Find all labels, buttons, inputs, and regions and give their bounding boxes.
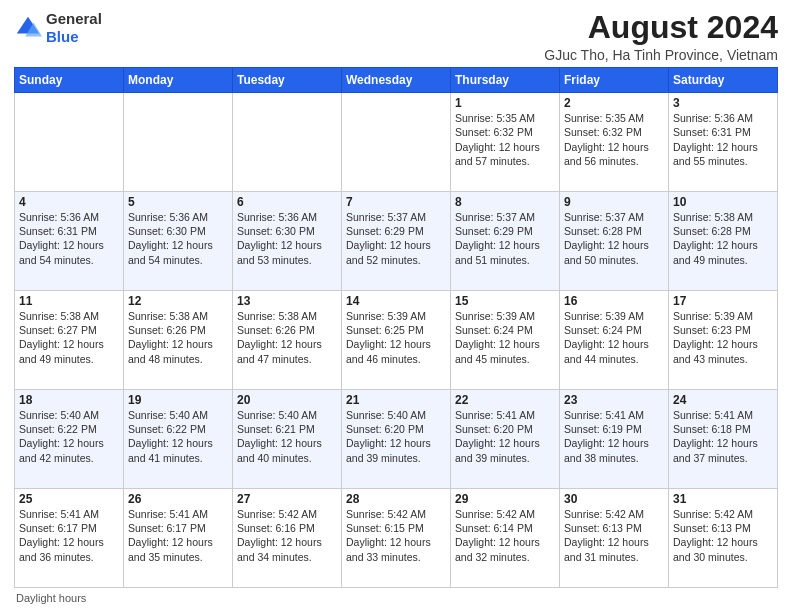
day-number: 8 (455, 195, 555, 209)
calendar-cell: 30Sunrise: 5:42 AM Sunset: 6:13 PM Dayli… (560, 489, 669, 588)
calendar-week-row: 25Sunrise: 5:41 AM Sunset: 6:17 PM Dayli… (15, 489, 778, 588)
day-number: 5 (128, 195, 228, 209)
header: General Blue August 2024 GJuc Tho, Ha Ti… (14, 10, 778, 63)
day-number: 3 (673, 96, 773, 110)
calendar-cell: 8Sunrise: 5:37 AM Sunset: 6:29 PM Daylig… (451, 192, 560, 291)
day-info: Sunrise: 5:36 AM Sunset: 6:31 PM Dayligh… (673, 111, 773, 168)
day-info: Sunrise: 5:36 AM Sunset: 6:30 PM Dayligh… (237, 210, 337, 267)
day-number: 16 (564, 294, 664, 308)
calendar-cell: 6Sunrise: 5:36 AM Sunset: 6:30 PM Daylig… (233, 192, 342, 291)
calendar-day-header: Saturday (669, 68, 778, 93)
calendar-cell: 11Sunrise: 5:38 AM Sunset: 6:27 PM Dayli… (15, 291, 124, 390)
day-number: 21 (346, 393, 446, 407)
calendar-cell: 1Sunrise: 5:35 AM Sunset: 6:32 PM Daylig… (451, 93, 560, 192)
calendar: SundayMondayTuesdayWednesdayThursdayFrid… (14, 67, 778, 588)
day-number: 10 (673, 195, 773, 209)
calendar-day-header: Friday (560, 68, 669, 93)
calendar-week-row: 4Sunrise: 5:36 AM Sunset: 6:31 PM Daylig… (15, 192, 778, 291)
day-number: 30 (564, 492, 664, 506)
calendar-cell: 9Sunrise: 5:37 AM Sunset: 6:28 PM Daylig… (560, 192, 669, 291)
day-number: 15 (455, 294, 555, 308)
calendar-day-header: Wednesday (342, 68, 451, 93)
calendar-cell: 18Sunrise: 5:40 AM Sunset: 6:22 PM Dayli… (15, 390, 124, 489)
day-number: 4 (19, 195, 119, 209)
day-number: 2 (564, 96, 664, 110)
logo: General Blue (14, 10, 102, 46)
footer-note: Daylight hours (14, 592, 778, 604)
calendar-header-row: SundayMondayTuesdayWednesdayThursdayFrid… (15, 68, 778, 93)
day-info: Sunrise: 5:40 AM Sunset: 6:20 PM Dayligh… (346, 408, 446, 465)
calendar-day-header: Thursday (451, 68, 560, 93)
day-number: 18 (19, 393, 119, 407)
day-info: Sunrise: 5:39 AM Sunset: 6:24 PM Dayligh… (564, 309, 664, 366)
calendar-cell: 7Sunrise: 5:37 AM Sunset: 6:29 PM Daylig… (342, 192, 451, 291)
day-info: Sunrise: 5:38 AM Sunset: 6:28 PM Dayligh… (673, 210, 773, 267)
day-number: 23 (564, 393, 664, 407)
day-info: Sunrise: 5:41 AM Sunset: 6:19 PM Dayligh… (564, 408, 664, 465)
day-info: Sunrise: 5:41 AM Sunset: 6:18 PM Dayligh… (673, 408, 773, 465)
day-info: Sunrise: 5:40 AM Sunset: 6:22 PM Dayligh… (128, 408, 228, 465)
day-number: 31 (673, 492, 773, 506)
day-info: Sunrise: 5:38 AM Sunset: 6:27 PM Dayligh… (19, 309, 119, 366)
calendar-cell: 27Sunrise: 5:42 AM Sunset: 6:16 PM Dayli… (233, 489, 342, 588)
calendar-cell: 14Sunrise: 5:39 AM Sunset: 6:25 PM Dayli… (342, 291, 451, 390)
calendar-cell: 19Sunrise: 5:40 AM Sunset: 6:22 PM Dayli… (124, 390, 233, 489)
calendar-cell (233, 93, 342, 192)
day-info: Sunrise: 5:39 AM Sunset: 6:24 PM Dayligh… (455, 309, 555, 366)
calendar-cell: 10Sunrise: 5:38 AM Sunset: 6:28 PM Dayli… (669, 192, 778, 291)
day-info: Sunrise: 5:42 AM Sunset: 6:15 PM Dayligh… (346, 507, 446, 564)
calendar-cell: 24Sunrise: 5:41 AM Sunset: 6:18 PM Dayli… (669, 390, 778, 489)
day-info: Sunrise: 5:36 AM Sunset: 6:30 PM Dayligh… (128, 210, 228, 267)
day-info: Sunrise: 5:39 AM Sunset: 6:23 PM Dayligh… (673, 309, 773, 366)
calendar-cell: 21Sunrise: 5:40 AM Sunset: 6:20 PM Dayli… (342, 390, 451, 489)
day-number: 11 (19, 294, 119, 308)
day-info: Sunrise: 5:41 AM Sunset: 6:20 PM Dayligh… (455, 408, 555, 465)
calendar-cell: 15Sunrise: 5:39 AM Sunset: 6:24 PM Dayli… (451, 291, 560, 390)
day-info: Sunrise: 5:42 AM Sunset: 6:13 PM Dayligh… (564, 507, 664, 564)
calendar-cell: 17Sunrise: 5:39 AM Sunset: 6:23 PM Dayli… (669, 291, 778, 390)
day-number: 14 (346, 294, 446, 308)
month-year: August 2024 (544, 10, 778, 45)
page: General Blue August 2024 GJuc Tho, Ha Ti… (0, 0, 792, 612)
calendar-cell: 16Sunrise: 5:39 AM Sunset: 6:24 PM Dayli… (560, 291, 669, 390)
day-number: 9 (564, 195, 664, 209)
calendar-cell: 28Sunrise: 5:42 AM Sunset: 6:15 PM Dayli… (342, 489, 451, 588)
day-info: Sunrise: 5:41 AM Sunset: 6:17 PM Dayligh… (128, 507, 228, 564)
day-info: Sunrise: 5:42 AM Sunset: 6:13 PM Dayligh… (673, 507, 773, 564)
day-info: Sunrise: 5:40 AM Sunset: 6:21 PM Dayligh… (237, 408, 337, 465)
calendar-cell: 22Sunrise: 5:41 AM Sunset: 6:20 PM Dayli… (451, 390, 560, 489)
calendar-cell: 3Sunrise: 5:36 AM Sunset: 6:31 PM Daylig… (669, 93, 778, 192)
day-number: 12 (128, 294, 228, 308)
calendar-cell: 25Sunrise: 5:41 AM Sunset: 6:17 PM Dayli… (15, 489, 124, 588)
day-number: 1 (455, 96, 555, 110)
calendar-cell (342, 93, 451, 192)
day-info: Sunrise: 5:37 AM Sunset: 6:29 PM Dayligh… (455, 210, 555, 267)
calendar-cell: 29Sunrise: 5:42 AM Sunset: 6:14 PM Dayli… (451, 489, 560, 588)
day-number: 29 (455, 492, 555, 506)
day-info: Sunrise: 5:41 AM Sunset: 6:17 PM Dayligh… (19, 507, 119, 564)
calendar-cell: 4Sunrise: 5:36 AM Sunset: 6:31 PM Daylig… (15, 192, 124, 291)
day-number: 26 (128, 492, 228, 506)
day-number: 17 (673, 294, 773, 308)
day-number: 13 (237, 294, 337, 308)
day-number: 24 (673, 393, 773, 407)
calendar-cell (124, 93, 233, 192)
day-number: 19 (128, 393, 228, 407)
calendar-week-row: 18Sunrise: 5:40 AM Sunset: 6:22 PM Dayli… (15, 390, 778, 489)
day-number: 6 (237, 195, 337, 209)
day-info: Sunrise: 5:36 AM Sunset: 6:31 PM Dayligh… (19, 210, 119, 267)
calendar-day-header: Tuesday (233, 68, 342, 93)
calendar-cell: 26Sunrise: 5:41 AM Sunset: 6:17 PM Dayli… (124, 489, 233, 588)
title-area: August 2024 GJuc Tho, Ha Tinh Province, … (544, 10, 778, 63)
logo-general-text: General (46, 10, 102, 28)
day-number: 20 (237, 393, 337, 407)
calendar-cell: 31Sunrise: 5:42 AM Sunset: 6:13 PM Dayli… (669, 489, 778, 588)
calendar-cell: 12Sunrise: 5:38 AM Sunset: 6:26 PM Dayli… (124, 291, 233, 390)
day-info: Sunrise: 5:42 AM Sunset: 6:16 PM Dayligh… (237, 507, 337, 564)
day-number: 28 (346, 492, 446, 506)
day-number: 27 (237, 492, 337, 506)
calendar-cell: 23Sunrise: 5:41 AM Sunset: 6:19 PM Dayli… (560, 390, 669, 489)
calendar-day-header: Monday (124, 68, 233, 93)
calendar-cell: 2Sunrise: 5:35 AM Sunset: 6:32 PM Daylig… (560, 93, 669, 192)
day-info: Sunrise: 5:37 AM Sunset: 6:28 PM Dayligh… (564, 210, 664, 267)
